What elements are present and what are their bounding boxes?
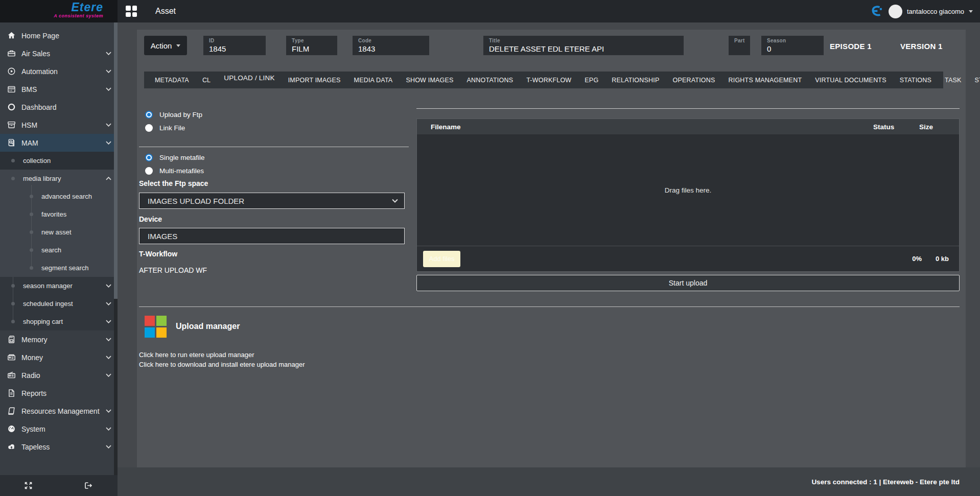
radio-multi-metafiles[interactable]: Multi-metafiles bbox=[145, 164, 204, 177]
sidebar-item-money[interactable]: Money bbox=[0, 348, 118, 366]
sidebar-item-segment-search[interactable]: segment search bbox=[0, 259, 118, 277]
chevron-down-icon bbox=[106, 338, 111, 341]
sidebar-item-season-manager[interactable]: season manager bbox=[0, 277, 118, 295]
chevron-down-icon bbox=[106, 320, 111, 323]
title-field-label: Title bbox=[489, 38, 678, 43]
tab-stories[interactable]: STORIES bbox=[968, 77, 980, 84]
start-upload-button[interactable]: Start upload bbox=[416, 275, 960, 291]
tab-task[interactable]: TASK bbox=[938, 77, 968, 84]
version-label: VERSION 1 bbox=[900, 42, 943, 51]
sidebar-item-label: favorites bbox=[41, 210, 66, 218]
sidebar-item-label: search bbox=[41, 246, 61, 254]
tab-stations[interactable]: STATIONS bbox=[893, 77, 938, 84]
form-divider bbox=[139, 147, 409, 147]
sidebar-item-search[interactable]: search bbox=[0, 241, 118, 259]
sidebar-item-air-sales[interactable]: Air Sales bbox=[0, 44, 118, 62]
sidebar-item-media-library[interactable]: media library bbox=[0, 170, 118, 187]
tab-relationship[interactable]: RELATIONSHIP bbox=[605, 77, 666, 84]
upload-stats: 0% 0 kb bbox=[912, 255, 959, 263]
type-field[interactable]: Type FILM bbox=[286, 36, 337, 55]
user-name: tantalocco giacomo bbox=[907, 8, 964, 15]
logout-icon[interactable] bbox=[83, 481, 93, 490]
sidebar-scrollbar bbox=[114, 22, 118, 475]
tab-operations[interactable]: OPERATIONS bbox=[666, 77, 722, 84]
tab-import-images[interactable]: IMPORT IMAGES bbox=[282, 77, 347, 84]
action-button[interactable]: Action bbox=[144, 36, 187, 55]
tab-annotations[interactable]: ANNOTATIONS bbox=[460, 77, 520, 84]
type-field-label: Type bbox=[292, 38, 332, 43]
sidebar-item-tapeless[interactable]: Tapeless bbox=[0, 438, 118, 456]
sidebar-item-dashboard[interactable]: Dashboard bbox=[0, 98, 118, 116]
type-field-value: FILM bbox=[292, 44, 332, 53]
asset-tabbar: METADATA CL UPLOAD / LINK IMPORT IMAGES … bbox=[144, 72, 943, 88]
radio-upload-by-ftp[interactable]: Upload by Ftp bbox=[145, 108, 202, 121]
sidebar-item-label: advanced search bbox=[41, 193, 92, 200]
tab-epg[interactable]: EPG bbox=[578, 77, 605, 84]
radio-link-file[interactable]: Link File bbox=[145, 121, 185, 134]
ftp-space-select[interactable]: IMAGES UPLOAD FOLDER bbox=[139, 193, 405, 209]
size-column-header: Size bbox=[919, 123, 959, 131]
sidebar-scrollbar-thumb[interactable] bbox=[114, 22, 118, 299]
device-label: Device bbox=[139, 215, 162, 223]
tab-rights-management[interactable]: RIGHTS MANAGEMENT bbox=[722, 77, 809, 84]
user-menu[interactable]: tantalocco giacomo bbox=[869, 3, 973, 19]
chevron-down-icon bbox=[106, 427, 111, 431]
season-field-label: Season bbox=[767, 38, 818, 43]
sidebar-item-reports[interactable]: Reports bbox=[0, 384, 118, 402]
radio-selected-icon bbox=[145, 111, 153, 119]
sidebar-item-label: MAM bbox=[21, 139, 38, 147]
sidebar-item-label: collection bbox=[23, 157, 51, 164]
sidebar-item-automation[interactable]: Automation bbox=[0, 62, 118, 80]
chevron-down-icon bbox=[106, 302, 111, 305]
run-upload-manager-link[interactable]: Click here to run etere upload manager bbox=[139, 351, 254, 359]
sidebar-item-scheduled-ingest[interactable]: scheduled ingest bbox=[0, 295, 118, 313]
radio-single-metafile[interactable]: Single metafile bbox=[145, 151, 205, 164]
sidebar-item-label: Dashboard bbox=[21, 103, 57, 111]
part-field[interactable]: Part bbox=[729, 36, 750, 55]
footer-status-text: Users connected : 1 | Etereweb - Etere p… bbox=[811, 478, 960, 486]
user-caret-icon bbox=[969, 10, 973, 13]
code-field[interactable]: Code 1843 bbox=[353, 36, 429, 55]
sidebar-item-collection[interactable]: collection bbox=[0, 152, 118, 170]
drop-zone[interactable]: Drag files here. bbox=[417, 135, 959, 246]
tab-show-images[interactable]: SHOW IMAGES bbox=[399, 77, 460, 84]
title-field[interactable]: Title DELETE ASSET EDL ETERE API bbox=[483, 36, 684, 55]
title-field-value: DELETE ASSET EDL ETERE API bbox=[489, 44, 678, 53]
sidebar-item-favorites[interactable]: favorites bbox=[0, 205, 118, 223]
tab-metadata[interactable]: METADATA bbox=[148, 77, 196, 84]
sidebar-item-hsm[interactable]: HSM bbox=[0, 116, 118, 134]
tab-upload-link[interactable]: UPLOAD / LINK bbox=[217, 74, 281, 82]
tab-virtual-documents[interactable]: VIRTUAL DOCUMENTS bbox=[808, 77, 893, 84]
play-circle-icon bbox=[6, 66, 16, 77]
topbar-logo-area: Etere A consistent system bbox=[0, 0, 118, 22]
tab-t-workflow[interactable]: T-WORKFLOW bbox=[520, 77, 578, 84]
sidebar-item-shopping-cart[interactable]: shopping cart bbox=[0, 313, 118, 330]
sidebar-item-label: Air Sales bbox=[21, 50, 50, 58]
radio-label: Upload by Ftp bbox=[159, 111, 202, 119]
sidebar-item-memory[interactable]: Memory bbox=[0, 330, 118, 348]
sidebar-item-new-asset[interactable]: new asset bbox=[0, 223, 118, 241]
apps-grid-icon[interactable] bbox=[126, 6, 137, 17]
tab-media-data[interactable]: MEDIA DATA bbox=[347, 77, 400, 84]
media-search-icon bbox=[6, 138, 16, 148]
sidebar-item-system[interactable]: System bbox=[0, 420, 118, 438]
tab-cl[interactable]: CL bbox=[196, 77, 217, 84]
device-input[interactable] bbox=[139, 228, 405, 244]
etere-mark-icon bbox=[869, 3, 884, 19]
install-upload-manager-link[interactable]: Click here to download and install etere… bbox=[139, 361, 305, 368]
media-library-block: media library advanced search favorites … bbox=[0, 170, 118, 277]
sidebar-item-bms[interactable]: BMS bbox=[0, 80, 118, 98]
select-chevron-icon bbox=[392, 199, 398, 203]
sidebar-item-home-page[interactable]: Home Page bbox=[0, 27, 118, 44]
sidebar-item-radio[interactable]: Radio bbox=[0, 366, 118, 384]
add-files-button[interactable]: Add files bbox=[423, 251, 460, 267]
sidebar-item-resources-management[interactable]: Resources Management bbox=[0, 402, 118, 420]
id-field[interactable]: ID 1845 bbox=[203, 36, 266, 55]
sidebar-item-advanced-search[interactable]: advanced search bbox=[0, 187, 118, 205]
upload-table-header: Filename Status Size bbox=[417, 119, 959, 135]
sidebar-item-mam[interactable]: MAM bbox=[0, 134, 118, 152]
sidebar-item-label: Reports bbox=[21, 389, 46, 397]
season-field[interactable]: Season 0 bbox=[761, 36, 824, 55]
sidebar-item-label: Radio bbox=[21, 371, 40, 380]
expand-icon[interactable] bbox=[24, 481, 33, 490]
